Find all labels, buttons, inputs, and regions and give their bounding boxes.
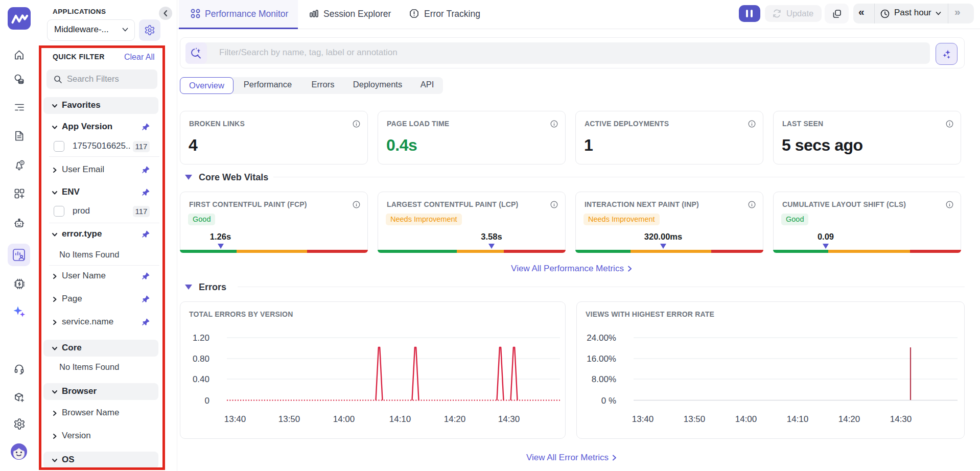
svg-text:16.00%: 16.00% xyxy=(587,354,616,364)
svg-text:14:00: 14:00 xyxy=(333,414,355,424)
svg-text:14:30: 14:30 xyxy=(890,414,912,424)
svg-text:24.00%: 24.00% xyxy=(587,333,616,343)
svg-text:14:00: 14:00 xyxy=(735,414,757,424)
svg-text:14:30: 14:30 xyxy=(498,414,520,424)
svg-text:13:40: 13:40 xyxy=(632,414,654,424)
svg-text:8.00%: 8.00% xyxy=(592,374,616,384)
svg-text:14:20: 14:20 xyxy=(444,414,466,424)
svg-text:13:40: 13:40 xyxy=(224,414,246,424)
svg-text:14:10: 14:10 xyxy=(389,414,411,424)
svg-text:0 %: 0 % xyxy=(601,396,616,406)
svg-text:14:20: 14:20 xyxy=(838,414,860,424)
svg-text:13:50: 13:50 xyxy=(278,414,300,424)
svg-text:0.40: 0.40 xyxy=(193,374,209,384)
svg-text:1.20: 1.20 xyxy=(193,333,209,343)
svg-text:0.80: 0.80 xyxy=(193,354,209,364)
svg-text:0: 0 xyxy=(205,396,209,406)
svg-text:14:10: 14:10 xyxy=(787,414,809,424)
svg-text:13:50: 13:50 xyxy=(684,414,706,424)
